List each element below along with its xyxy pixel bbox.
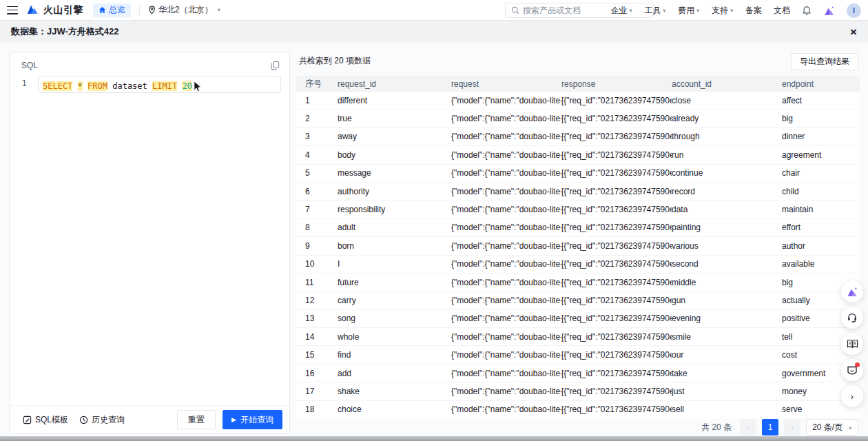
- copy-icon[interactable]: [271, 61, 280, 70]
- cell-response: [{"req_id":"021736239747590e9...: [561, 350, 672, 360]
- table-row[interactable]: 3 away {"model":{"name":"doubao-lite-12.…: [296, 128, 860, 146]
- hamburger-icon[interactable]: [7, 6, 18, 14]
- cell-no: 16: [296, 369, 338, 378]
- table-row[interactable]: 6 authority {"model":{"name":"doubao-lit…: [296, 183, 860, 201]
- cell-account-id: painting: [672, 223, 782, 232]
- table-row[interactable]: 16 add {"model":{"name":"doubao-lite-12.…: [296, 365, 860, 382]
- cell-response: [{"req_id":"021736239747590e9...: [561, 332, 672, 342]
- table-row[interactable]: 1 different {"model":{"name":"doubao-lit…: [296, 92, 860, 110]
- sql-code-line[interactable]: SELECT * FROM dataset LIMIT 20;: [38, 76, 281, 93]
- search-placeholder: 搜索产品或文档: [523, 5, 581, 17]
- cell-account-id: various: [672, 241, 782, 251]
- cell-request: {"model":{"name":"doubao-lite-12...: [451, 332, 561, 342]
- cell-no: 4: [296, 150, 338, 160]
- nav-menu-docs[interactable]: 文档: [774, 5, 790, 17]
- prev-page-button[interactable]: ‹: [740, 419, 756, 435]
- col-header-account-id: account_id: [672, 79, 782, 89]
- run-query-button[interactable]: ▶ 开始查询: [223, 410, 282, 429]
- user-avatar[interactable]: I: [847, 3, 861, 18]
- table-row[interactable]: 12 carry {"model":{"name":"doubao-lite-1…: [296, 291, 860, 309]
- history-clock-icon: [79, 416, 88, 424]
- close-icon[interactable]: ×: [850, 26, 857, 38]
- cell-request-id: authority: [338, 187, 451, 196]
- table-row[interactable]: 11 future {"model":{"name":"doubao-lite-…: [296, 274, 860, 291]
- cell-response: [{"req_id":"021736239747590e9...: [561, 187, 672, 196]
- table-row[interactable]: 7 responsibility {"model":{"name":"douba…: [296, 201, 860, 218]
- table-row[interactable]: 14 whole {"model":{"name":"doubao-lite-1…: [296, 328, 860, 346]
- nav-menu-tools[interactable]: 工具∨: [644, 5, 666, 17]
- next-page-button[interactable]: ›: [784, 419, 800, 435]
- cell-request: {"model":{"name":"doubao-lite-12...: [451, 296, 561, 305]
- table-row[interactable]: 18 choice {"model":{"name":"doubao-lite-…: [296, 401, 860, 418]
- cell-request-id: born: [338, 241, 451, 251]
- results-table: 序号 request_id request response account_i…: [296, 76, 860, 418]
- col-header-request: request: [451, 79, 561, 89]
- region-selector[interactable]: 华北2（北京） ∨: [148, 4, 221, 16]
- docs-button[interactable]: [841, 333, 863, 355]
- ai-assistant-icon: [846, 286, 858, 297]
- cell-request: {"model":{"name":"doubao-lite-12...: [451, 314, 561, 323]
- cell-no: 7: [296, 205, 338, 214]
- cell-account-id: run: [672, 150, 782, 160]
- cell-request-id: away: [338, 132, 451, 141]
- nav-overview-button[interactable]: 总览: [93, 3, 131, 17]
- cell-account-id: evening: [672, 314, 782, 323]
- cell-response: [{"req_id":"021736239747590e9...: [561, 150, 672, 160]
- cell-request: {"model":{"name":"doubao-lite-12...: [451, 404, 561, 414]
- cell-response: [{"req_id":"021736239747590e9...: [561, 387, 672, 396]
- cell-no: 17: [296, 387, 338, 396]
- table-row[interactable]: 13 song {"model":{"name":"doubao-lite-12…: [296, 310, 860, 328]
- expand-panel-button[interactable]: ›: [841, 385, 863, 407]
- support-button[interactable]: [841, 307, 863, 329]
- cell-endpoint: maintain: [782, 205, 860, 214]
- nav-menu-support[interactable]: 支持∨: [712, 5, 734, 17]
- cell-request-id: message: [338, 168, 451, 178]
- cell-no: 2: [296, 114, 338, 123]
- sql-keyword: SELECT: [43, 81, 72, 91]
- sql-keyword: FROM: [87, 81, 107, 91]
- nav-menu-icp[interactable]: 备案: [745, 5, 762, 17]
- page-size-select[interactable]: 20 条/页 ∨: [806, 419, 858, 435]
- cell-request: {"model":{"name":"doubao-lite-12...: [451, 132, 561, 141]
- current-page-button[interactable]: 1: [762, 419, 778, 435]
- table-row[interactable]: 17 shake {"model":{"name":"doubao-lite-1…: [296, 382, 860, 400]
- table-row[interactable]: 15 find {"model":{"name":"doubao-lite-12…: [296, 346, 860, 364]
- pagination-bar: 共 20 条 ‹ 1 › 20 条/页 ∨: [701, 418, 858, 436]
- cell-response: [{"req_id":"021736239747590e9...: [561, 96, 672, 105]
- cell-endpoint: affect: [782, 96, 860, 105]
- cell-account-id: data: [672, 205, 782, 214]
- nav-right-menu: 企业∨ 工具∨ 费用∨ 支持∨ 备案 文档 I: [611, 0, 861, 21]
- export-results-button[interactable]: 导出查询结果: [791, 53, 858, 70]
- cell-request: {"model":{"name":"doubao-lite-12...: [451, 168, 561, 178]
- table-row[interactable]: 9 born {"model":{"name":"doubao-lite-12.…: [296, 237, 860, 255]
- table-row[interactable]: 5 message {"model":{"name":"doubao-lite-…: [296, 165, 860, 183]
- window-bottom-edge: [0, 436, 868, 441]
- volcano-logo-icon: [26, 4, 39, 16]
- table-row[interactable]: 10 I {"model":{"name":"doubao-lite-12...…: [296, 256, 860, 274]
- top-nav: 火山引擎 总览 华北2（北京） ∨ 搜索产品或文档 企业∨ 工具∨ 费用∨: [0, 0, 868, 21]
- table-header-row: 序号 request_id request response account_i…: [296, 76, 860, 92]
- ai-volcano-icon[interactable]: [823, 6, 835, 16]
- cell-request-id: adult: [338, 223, 451, 232]
- table-row[interactable]: 2 true {"model":{"name":"doubao-lite-12.…: [296, 110, 860, 127]
- history-query-button[interactable]: 历史查询: [74, 410, 130, 430]
- chevron-down-icon: ∨: [848, 424, 852, 429]
- cell-request: {"model":{"name":"doubao-lite-12...: [451, 259, 561, 269]
- cell-response: [{"req_id":"021736239747590e9...: [561, 259, 672, 269]
- reset-button[interactable]: 重置: [177, 410, 216, 429]
- table-row[interactable]: 4 body {"model":{"name":"doubao-lite-12.…: [296, 146, 860, 164]
- bell-icon[interactable]: [802, 6, 812, 16]
- cell-account-id: continue: [672, 168, 782, 178]
- ai-assistant-button[interactable]: [841, 280, 863, 302]
- sql-code-editor[interactable]: 1 SELECT * FROM dataset LIMIT 20;: [10, 76, 289, 93]
- brand-logo[interactable]: 火山引擎: [26, 4, 83, 17]
- feedback-button[interactable]: [841, 359, 863, 381]
- col-header-response: response: [561, 79, 672, 89]
- cell-no: 10: [296, 259, 338, 269]
- cell-request: {"model":{"name":"doubao-lite-12...: [451, 96, 561, 105]
- cell-account-id: close: [672, 96, 782, 105]
- nav-menu-billing[interactable]: 费用∨: [678, 5, 700, 17]
- nav-menu-enterprise[interactable]: 企业∨: [611, 5, 633, 17]
- table-row[interactable]: 8 adult {"model":{"name":"doubao-lite-12…: [296, 219, 860, 237]
- sql-template-button[interactable]: SQL模板: [17, 410, 74, 430]
